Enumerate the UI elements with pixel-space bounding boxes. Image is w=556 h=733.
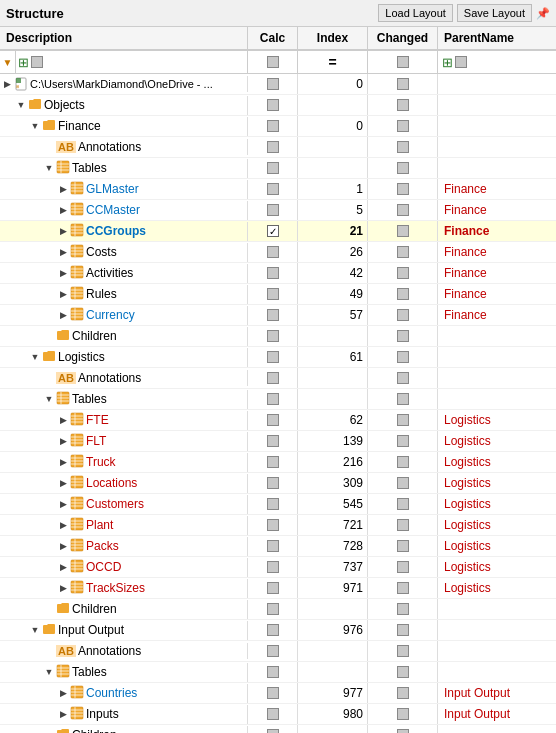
chevron-icon[interactable]: ▶ xyxy=(56,457,70,467)
table-row[interactable]: ▶ Rules 49 Finance xyxy=(0,284,556,305)
table-row[interactable]: Children xyxy=(0,725,556,733)
table-row[interactable]: ▶ CCMaster 5 Finance xyxy=(0,200,556,221)
tree-changed xyxy=(368,704,438,724)
tree-calc xyxy=(248,620,298,640)
chevron-icon[interactable]: ▼ xyxy=(28,625,42,635)
tree-index: 61 xyxy=(298,347,368,367)
table-row[interactable]: ▶ FLT 139 Logistics xyxy=(0,431,556,452)
table-row[interactable]: ▶ Costs 26 Finance xyxy=(0,242,556,263)
table-row[interactable]: AB Annotations xyxy=(0,641,556,662)
table-row[interactable]: ▶ Activities 42 Finance xyxy=(0,263,556,284)
tree-desc: ▼ Logistics xyxy=(0,348,248,367)
table-row[interactable]: ▶ Truck 216 Logistics xyxy=(0,452,556,473)
table-icon xyxy=(70,559,84,576)
tree-container[interactable]: ▶ ⊞ C:\Users\MarkDiamond\OneDrive - ... … xyxy=(0,74,556,733)
chevron-icon[interactable]: ▶ xyxy=(0,79,14,89)
calc-sq xyxy=(267,393,279,405)
load-layout-button[interactable]: Load Layout xyxy=(378,4,453,22)
table-row[interactable]: ▶ Packs 728 Logistics xyxy=(0,536,556,557)
table-icon xyxy=(70,496,84,513)
tree-calc xyxy=(248,662,298,682)
chevron-icon[interactable]: ▶ xyxy=(56,268,70,278)
chevron-icon[interactable]: ▶ xyxy=(56,436,70,446)
tree-parent: Logistics xyxy=(438,536,556,556)
chevron-icon[interactable]: ▼ xyxy=(42,394,56,404)
table-row[interactable]: ▶ CCGroups ✓ 21 Finance xyxy=(0,221,556,242)
save-layout-button[interactable]: Save Layout xyxy=(457,4,532,22)
table-row[interactable]: Children xyxy=(0,326,556,347)
chevron-icon[interactable]: ▶ xyxy=(56,688,70,698)
chevron-icon[interactable]: ▶ xyxy=(56,541,70,551)
table-row[interactable]: ▶ Countries 977 Input Output xyxy=(0,683,556,704)
calc-sq xyxy=(267,708,279,720)
table-row[interactable]: ▶ Plant 721 Logistics xyxy=(0,515,556,536)
chevron-icon[interactable]: ▶ xyxy=(56,184,70,194)
changed-sq xyxy=(397,414,409,426)
tree-changed xyxy=(368,179,438,199)
table-row[interactable]: ▶ FTE 62 Logistics xyxy=(0,410,556,431)
table-row[interactable]: ▶ Inputs 980 Input Output xyxy=(0,704,556,725)
tree-changed xyxy=(368,221,438,241)
chevron-icon[interactable]: ▼ xyxy=(28,121,42,131)
tree-calc xyxy=(248,284,298,304)
table-row[interactable]: ▼ Finance 0 xyxy=(0,116,556,137)
calc-sq xyxy=(267,246,279,258)
folder-icon xyxy=(56,328,70,345)
table-row[interactable]: ▶ TrackSizes 971 Logistics xyxy=(0,578,556,599)
tree-parent xyxy=(438,347,556,367)
tree-parent: Logistics xyxy=(438,494,556,514)
changed-sq xyxy=(397,246,409,258)
table-row[interactable]: ▼ Objects xyxy=(0,95,556,116)
table-row[interactable]: ▶ Locations 309 Logistics xyxy=(0,473,556,494)
table-row[interactable]: ▶ ⊞ C:\Users\MarkDiamond\OneDrive - ... … xyxy=(0,74,556,95)
chevron-icon[interactable]: ▶ xyxy=(56,520,70,530)
tree-parent: Finance xyxy=(438,221,556,241)
table-row[interactable]: AB Annotations xyxy=(0,137,556,158)
table-row[interactable]: ▼ Tables xyxy=(0,158,556,179)
chevron-icon[interactable]: ▼ xyxy=(14,100,28,110)
table-row[interactable]: ▶ GLMaster 1 Finance xyxy=(0,179,556,200)
chevron-icon[interactable]: ▶ xyxy=(56,205,70,215)
table-row[interactable]: ▶ Customers 545 Logistics xyxy=(0,494,556,515)
table-row[interactable]: AB Annotations xyxy=(0,368,556,389)
table-row[interactable]: ▶ Currency 57 Finance xyxy=(0,305,556,326)
chevron-icon[interactable]: ▶ xyxy=(56,499,70,509)
calc-checkbox[interactable]: ✓ xyxy=(267,225,279,237)
table-row[interactable]: ▼ Logistics 61 xyxy=(0,347,556,368)
table-row[interactable]: ▼ Tables xyxy=(0,662,556,683)
chevron-icon[interactable]: ▶ xyxy=(56,310,70,320)
tree-calc xyxy=(248,515,298,535)
tree-calc xyxy=(248,641,298,661)
tree-parent-root xyxy=(438,74,556,94)
node-label: Plant xyxy=(86,518,113,532)
pin-icon[interactable]: 📌 xyxy=(536,7,550,20)
chevron-icon[interactable]: ▶ xyxy=(56,247,70,257)
tree-index: 5 xyxy=(298,200,368,220)
table-row[interactable]: ▶ OCCD 737 Logistics xyxy=(0,557,556,578)
tree-calc xyxy=(248,452,298,472)
tree-index: 216 xyxy=(298,452,368,472)
filter-parent-icon: ⊞ xyxy=(442,55,453,70)
chevron-icon[interactable]: ▶ xyxy=(56,709,70,719)
chevron-icon[interactable]: ▶ xyxy=(56,289,70,299)
chevron-icon[interactable]: ▶ xyxy=(56,583,70,593)
table-row[interactable]: Children xyxy=(0,599,556,620)
changed-sq xyxy=(397,708,409,720)
tree-changed xyxy=(368,599,438,619)
chevron-icon[interactable]: ▶ xyxy=(56,226,70,236)
chevron-icon[interactable]: ▶ xyxy=(56,562,70,572)
table-icon xyxy=(70,202,84,219)
chevron-icon[interactable]: ▼ xyxy=(28,352,42,362)
changed-sq xyxy=(397,372,409,384)
filter-toggle[interactable]: ▼ xyxy=(0,51,16,73)
tree-calc xyxy=(248,326,298,346)
chevron-icon[interactable]: ▶ xyxy=(56,415,70,425)
chevron-icon[interactable]: ▼ xyxy=(42,163,56,173)
chevron-icon[interactable]: ▶ xyxy=(56,478,70,488)
table-row[interactable]: ▼ Tables xyxy=(0,389,556,410)
chevron-icon[interactable]: ▼ xyxy=(42,667,56,677)
tree-changed xyxy=(368,683,438,703)
tree-desc: Children xyxy=(0,726,248,734)
table-row[interactable]: ▼ Input Output 976 xyxy=(0,620,556,641)
folder-icon xyxy=(42,349,56,366)
